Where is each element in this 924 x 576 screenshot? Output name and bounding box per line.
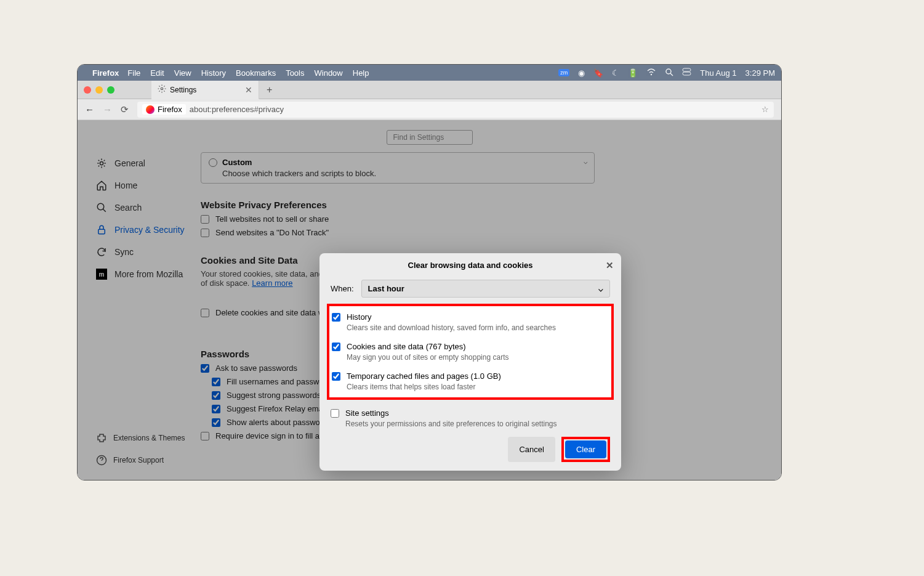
svg-point-0 <box>651 73 652 75</box>
forward-button[interactable]: → <box>103 104 112 115</box>
clear-button-highlight: Clear <box>561 437 610 462</box>
when-value: Last hour <box>368 284 404 293</box>
tab-settings[interactable]: Settings ✕ <box>151 81 259 99</box>
when-select[interactable]: Last hour ⌵ <box>361 280 610 298</box>
svg-point-1 <box>666 69 671 74</box>
menu-tools[interactable]: Tools <box>286 68 304 78</box>
cache-checkbox[interactable] <box>332 372 340 381</box>
cookies-label: Cookies and site data (767 bytes) <box>347 342 466 351</box>
window-minimize-button[interactable] <box>95 86 103 94</box>
menu-bookmarks[interactable]: Bookmarks <box>236 68 276 78</box>
reload-button[interactable]: ⟳ <box>121 104 129 115</box>
menu-help[interactable]: Help <box>353 68 369 78</box>
status-zoom-icon[interactable]: zm <box>558 69 569 76</box>
url-input[interactable]: Firefox about:preferences#privacy ☆ <box>137 102 774 118</box>
clear-button[interactable]: Clear <box>565 440 606 458</box>
url-bar: ← → ⟳ Firefox about:preferences#privacy … <box>78 99 781 120</box>
history-checkbox[interactable] <box>332 313 340 322</box>
menubar-time[interactable]: 3:29 PM <box>745 68 775 78</box>
menu-edit[interactable]: Edit <box>150 68 164 78</box>
menu-view[interactable]: View <box>174 68 191 78</box>
wifi-icon[interactable] <box>646 68 656 78</box>
gear-icon <box>158 84 166 95</box>
history-label: History <box>347 312 371 322</box>
tab-bar: Settings ✕ + <box>78 81 781 99</box>
search-icon[interactable] <box>665 68 673 78</box>
history-desc: Clears site and download history, saved … <box>347 323 609 332</box>
window-maximize-button[interactable] <box>107 86 114 94</box>
dialog-header: Clear browsing data and cookies ✕ <box>319 253 621 277</box>
bookmark-star-icon[interactable]: ☆ <box>761 105 769 114</box>
cache-label: Temporary cached files and pages (1.0 GB… <box>347 371 501 381</box>
control-center-icon[interactable] <box>682 68 691 78</box>
site-settings-checkbox[interactable] <box>331 409 339 418</box>
menubar-date[interactable]: Thu Aug 1 <box>700 68 736 78</box>
url-prefix-label: Firefox <box>158 105 182 114</box>
svg-rect-4 <box>683 72 691 75</box>
new-tab-button[interactable]: + <box>259 84 279 95</box>
dialog-close-icon[interactable]: ✕ <box>606 260 614 271</box>
when-label: When: <box>331 284 354 293</box>
clear-data-dialog: Clear browsing data and cookies ✕ When: … <box>319 253 621 471</box>
menu-history[interactable]: History <box>201 68 226 78</box>
firefox-window: Firefox File Edit View History Bookmarks… <box>77 64 782 481</box>
cookies-checkbox[interactable] <box>332 343 340 351</box>
content-area: Find in Settings General Home Search Pri… <box>78 120 781 480</box>
svg-point-5 <box>161 87 163 90</box>
svg-line-2 <box>670 73 673 76</box>
cancel-button[interactable]: Cancel <box>508 437 555 462</box>
traffic-lights <box>84 86 114 94</box>
url-identity-box[interactable]: Firefox <box>142 104 186 115</box>
url-text: about:preferences#privacy <box>190 105 284 114</box>
tab-title: Settings <box>170 86 196 94</box>
macos-menubar: Firefox File Edit View History Bookmarks… <box>78 65 781 81</box>
menu-window[interactable]: Window <box>315 68 343 78</box>
firefox-logo-icon <box>146 105 155 114</box>
site-settings-desc: Resets your permissions and site prefere… <box>345 420 610 428</box>
back-button[interactable]: ← <box>85 104 94 115</box>
bookmark-icon[interactable]: 🔖 <box>593 68 603 78</box>
cache-desc: Clears items that helps sites load faste… <box>347 383 609 391</box>
highlighted-options: History Clears site and download history… <box>327 304 614 400</box>
svg-rect-3 <box>683 68 691 71</box>
cookies-desc: May sign you out of sites or empty shopp… <box>347 353 609 362</box>
site-settings-label: Site settings <box>345 408 389 418</box>
dialog-title: Clear browsing data and cookies <box>408 261 533 270</box>
battery-icon[interactable]: 🔋 <box>628 68 638 78</box>
menubar-app-name[interactable]: Firefox <box>92 68 119 78</box>
status-icon[interactable]: ◉ <box>578 68 585 78</box>
window-close-button[interactable] <box>84 86 91 94</box>
moon-icon[interactable]: ☾ <box>612 68 619 78</box>
tab-close-icon[interactable]: ✕ <box>245 85 252 95</box>
menu-file[interactable]: File <box>127 68 140 78</box>
chevron-down-icon: ⌵ <box>598 284 603 293</box>
